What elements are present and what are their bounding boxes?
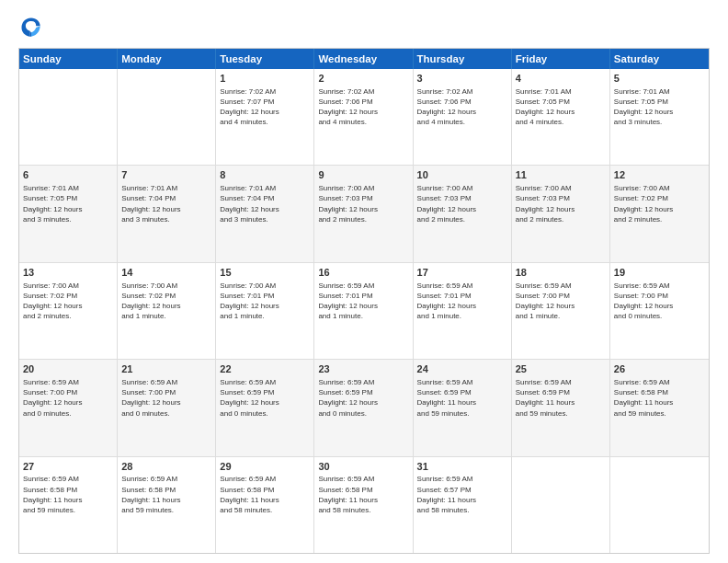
cell-content: Sunrise: 7:00 AM Sunset: 7:02 PM Dayligh… <box>121 281 211 322</box>
calendar-cell: 4Sunrise: 7:01 AM Sunset: 7:05 PM Daylig… <box>512 69 610 165</box>
calendar-cell: 21Sunrise: 6:59 AM Sunset: 7:00 PM Dayli… <box>118 360 216 455</box>
day-number: 16 <box>318 266 408 280</box>
day-number: 12 <box>614 168 705 182</box>
day-number: 7 <box>121 168 211 182</box>
calendar-cell: 17Sunrise: 6:59 AM Sunset: 7:01 PM Dayli… <box>414 263 512 359</box>
cell-content: Sunrise: 7:02 AM Sunset: 7:06 PM Dayligh… <box>417 86 507 128</box>
day-number: 17 <box>417 266 507 280</box>
calendar-cell <box>610 457 709 553</box>
calendar-cell: 9Sunrise: 7:00 AM Sunset: 7:03 PM Daylig… <box>314 166 413 261</box>
cell-content: Sunrise: 7:00 AM Sunset: 7:03 PM Dayligh… <box>516 183 606 224</box>
cell-content: Sunrise: 7:01 AM Sunset: 7:05 PM Dayligh… <box>614 86 705 128</box>
weekday-header-friday: Friday <box>512 49 610 69</box>
day-number: 30 <box>318 460 408 474</box>
day-number: 10 <box>417 168 507 182</box>
calendar-cell: 15Sunrise: 7:00 AM Sunset: 7:01 PM Dayli… <box>216 263 314 359</box>
calendar-cell: 30Sunrise: 6:59 AM Sunset: 6:58 PM Dayli… <box>314 457 413 553</box>
svg-marker-0 <box>29 31 31 37</box>
day-number: 11 <box>516 168 606 182</box>
day-number: 18 <box>516 266 606 280</box>
cell-content: Sunrise: 7:01 AM Sunset: 7:05 PM Dayligh… <box>23 183 113 224</box>
day-number: 5 <box>614 72 705 86</box>
weekday-header-thursday: Thursday <box>414 49 512 69</box>
cell-content: Sunrise: 6:59 AM Sunset: 6:58 PM Dayligh… <box>121 474 211 515</box>
day-number: 4 <box>516 72 606 86</box>
day-number: 2 <box>318 72 408 86</box>
day-number: 25 <box>516 362 606 376</box>
calendar-cell: 28Sunrise: 6:59 AM Sunset: 6:58 PM Dayli… <box>118 457 216 553</box>
cell-content: Sunrise: 7:01 AM Sunset: 7:05 PM Dayligh… <box>516 86 606 128</box>
calendar-cell: 24Sunrise: 6:59 AM Sunset: 6:59 PM Dayli… <box>414 360 512 455</box>
calendar-cell: 2Sunrise: 7:02 AM Sunset: 7:06 PM Daylig… <box>314 69 413 165</box>
cell-content: Sunrise: 7:00 AM Sunset: 7:01 PM Dayligh… <box>220 281 310 322</box>
cell-content: Sunrise: 6:59 AM Sunset: 7:00 PM Dayligh… <box>516 281 606 322</box>
day-number: 24 <box>417 362 507 376</box>
cell-content: Sunrise: 7:00 AM Sunset: 7:02 PM Dayligh… <box>23 281 113 322</box>
calendar-row-2: 13Sunrise: 7:00 AM Sunset: 7:02 PM Dayli… <box>19 262 709 359</box>
day-number: 21 <box>121 362 211 376</box>
calendar-cell: 20Sunrise: 6:59 AM Sunset: 7:00 PM Dayli… <box>19 360 118 455</box>
weekday-header-saturday: Saturday <box>610 49 709 69</box>
calendar-cell: 8Sunrise: 7:01 AM Sunset: 7:04 PM Daylig… <box>216 166 314 261</box>
calendar-cell: 18Sunrise: 6:59 AM Sunset: 7:00 PM Dayli… <box>512 263 610 359</box>
weekday-header-monday: Monday <box>118 49 216 69</box>
day-number: 27 <box>23 460 113 474</box>
cell-content: Sunrise: 6:59 AM Sunset: 6:58 PM Dayligh… <box>318 474 408 515</box>
weekday-header-wednesday: Wednesday <box>314 49 413 69</box>
calendar-cell: 13Sunrise: 7:00 AM Sunset: 7:02 PM Dayli… <box>19 263 118 359</box>
calendar-cell: 12Sunrise: 7:00 AM Sunset: 7:02 PM Dayli… <box>610 166 709 261</box>
cell-content: Sunrise: 6:59 AM Sunset: 7:00 PM Dayligh… <box>614 281 705 322</box>
cell-content: Sunrise: 7:00 AM Sunset: 7:03 PM Dayligh… <box>318 183 408 224</box>
calendar-cell: 26Sunrise: 6:59 AM Sunset: 6:58 PM Dayli… <box>610 360 709 455</box>
calendar: SundayMondayTuesdayWednesdayThursdayFrid… <box>18 48 710 554</box>
calendar-row-3: 20Sunrise: 6:59 AM Sunset: 7:00 PM Dayli… <box>19 359 709 455</box>
cell-content: Sunrise: 6:59 AM Sunset: 7:00 PM Dayligh… <box>23 377 113 419</box>
day-number: 9 <box>318 168 408 182</box>
day-number: 14 <box>121 266 211 280</box>
cell-content: Sunrise: 6:59 AM Sunset: 7:00 PM Dayligh… <box>121 377 211 419</box>
calendar-header: SundayMondayTuesdayWednesdayThursdayFrid… <box>19 49 709 69</box>
cell-content: Sunrise: 6:59 AM Sunset: 6:58 PM Dayligh… <box>23 474 113 515</box>
calendar-cell: 23Sunrise: 6:59 AM Sunset: 6:59 PM Dayli… <box>314 360 413 455</box>
page: SundayMondayTuesdayWednesdayThursdayFrid… <box>0 0 728 563</box>
day-number: 3 <box>417 72 507 86</box>
cell-content: Sunrise: 7:01 AM Sunset: 7:04 PM Dayligh… <box>121 183 211 224</box>
cell-content: Sunrise: 6:59 AM Sunset: 7:01 PM Dayligh… <box>318 281 408 322</box>
cell-content: Sunrise: 7:01 AM Sunset: 7:04 PM Dayligh… <box>220 183 310 224</box>
weekday-header-tuesday: Tuesday <box>216 49 314 69</box>
calendar-cell: 10Sunrise: 7:00 AM Sunset: 7:03 PM Dayli… <box>414 166 512 261</box>
cell-content: Sunrise: 6:59 AM Sunset: 6:58 PM Dayligh… <box>614 377 705 419</box>
calendar-row-0: 1Sunrise: 7:02 AM Sunset: 7:07 PM Daylig… <box>19 69 709 165</box>
calendar-cell <box>512 457 610 553</box>
header <box>18 15 710 40</box>
logo <box>18 15 48 40</box>
logo-icon <box>18 15 44 40</box>
cell-content: Sunrise: 6:59 AM Sunset: 6:59 PM Dayligh… <box>318 377 408 419</box>
calendar-cell: 29Sunrise: 6:59 AM Sunset: 6:58 PM Dayli… <box>216 457 314 553</box>
day-number: 6 <box>23 168 113 182</box>
calendar-cell: 6Sunrise: 7:01 AM Sunset: 7:05 PM Daylig… <box>19 166 118 261</box>
calendar-cell: 14Sunrise: 7:00 AM Sunset: 7:02 PM Dayli… <box>118 263 216 359</box>
calendar-cell: 11Sunrise: 7:00 AM Sunset: 7:03 PM Dayli… <box>512 166 610 261</box>
day-number: 28 <box>121 460 211 474</box>
cell-content: Sunrise: 7:00 AM Sunset: 7:02 PM Dayligh… <box>614 183 705 224</box>
calendar-cell: 7Sunrise: 7:01 AM Sunset: 7:04 PM Daylig… <box>118 166 216 261</box>
cell-content: Sunrise: 6:59 AM Sunset: 6:59 PM Dayligh… <box>516 377 606 419</box>
day-number: 22 <box>220 362 310 376</box>
cell-content: Sunrise: 7:02 AM Sunset: 7:06 PM Dayligh… <box>318 86 408 128</box>
calendar-cell: 16Sunrise: 6:59 AM Sunset: 7:01 PM Dayli… <box>314 263 413 359</box>
cell-content: Sunrise: 6:59 AM Sunset: 6:58 PM Dayligh… <box>220 474 310 515</box>
calendar-cell: 1Sunrise: 7:02 AM Sunset: 7:07 PM Daylig… <box>216 69 314 165</box>
day-number: 20 <box>23 362 113 376</box>
calendar-cell: 19Sunrise: 6:59 AM Sunset: 7:00 PM Dayli… <box>610 263 709 359</box>
calendar-cell: 3Sunrise: 7:02 AM Sunset: 7:06 PM Daylig… <box>414 69 512 165</box>
day-number: 1 <box>220 72 310 86</box>
calendar-cell: 25Sunrise: 6:59 AM Sunset: 6:59 PM Dayli… <box>512 360 610 455</box>
day-number: 29 <box>220 460 310 474</box>
day-number: 15 <box>220 266 310 280</box>
calendar-cell: 5Sunrise: 7:01 AM Sunset: 7:05 PM Daylig… <box>610 69 709 165</box>
day-number: 19 <box>614 266 705 280</box>
calendar-row-4: 27Sunrise: 6:59 AM Sunset: 6:58 PM Dayli… <box>19 456 709 553</box>
cell-content: Sunrise: 7:00 AM Sunset: 7:03 PM Dayligh… <box>417 183 507 224</box>
calendar-cell: 31Sunrise: 6:59 AM Sunset: 6:57 PM Dayli… <box>414 457 512 553</box>
